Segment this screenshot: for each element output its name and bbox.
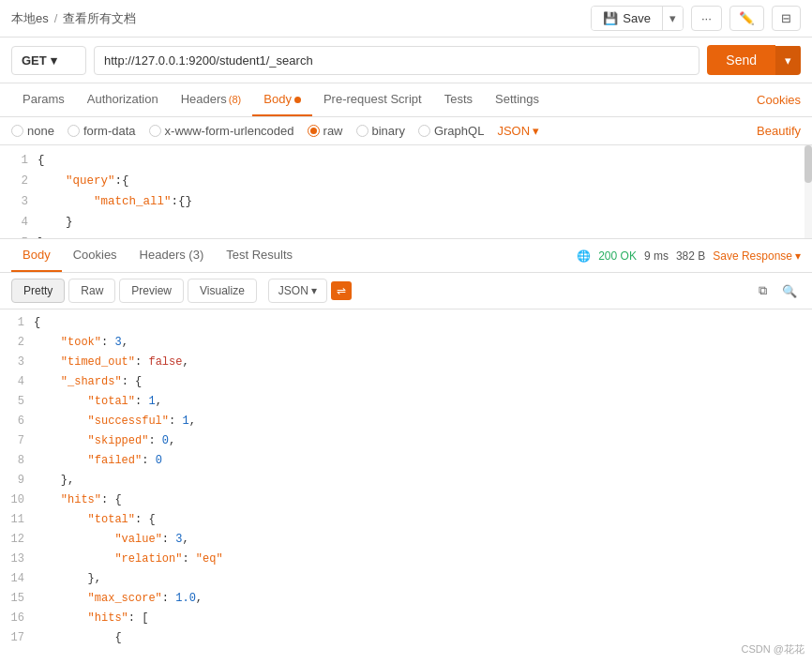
send-caret-button[interactable]: ▾ — [775, 46, 801, 75]
request-tabs: Params Authorization Headers(8) Body Pre… — [0, 83, 812, 117]
copy-icon[interactable]: ⧉ — [755, 281, 771, 300]
more-options-button[interactable]: ··· — [691, 6, 722, 31]
radio-binary[interactable] — [356, 125, 368, 137]
request-scrollbar[interactable] — [804, 145, 812, 238]
radio-none[interactable] — [11, 125, 23, 137]
tab-auth[interactable]: Authorization — [76, 83, 170, 116]
breadcrumb-docs-link[interactable]: 查看所有文档 — [63, 10, 136, 27]
request-tabs-left: Params Authorization Headers(8) Body Pre… — [11, 83, 550, 116]
radio-form-data[interactable] — [68, 125, 80, 137]
save-button[interactable]: 💾 Save — [592, 7, 662, 30]
result-meta: 🌐 200 OK 9 ms 382 B Save Response ▾ — [577, 249, 801, 263]
format-tabs: Pretty Raw Preview Visualize JSON ▾ ⇌ ⧉ … — [0, 273, 812, 309]
opt-urlencoded[interactable]: x-www-form-urlencoded — [149, 124, 294, 138]
watermark: CSDN @花花 — [742, 642, 804, 656]
edit-icon-button[interactable]: ✏️ — [729, 6, 764, 31]
method-caret: ▾ — [51, 53, 57, 68]
wrap-icon: ⇌ — [337, 284, 346, 297]
opt-graphql[interactable]: GraphQL — [418, 124, 484, 138]
body-options: none form-data x-www-form-urlencoded raw… — [0, 117, 812, 145]
response-size: 382 B — [676, 249, 705, 263]
tab-tests[interactable]: Tests — [433, 83, 484, 116]
opt-none[interactable]: none — [11, 124, 54, 138]
method-select[interactable]: GET ▾ — [11, 46, 86, 75]
body-opts-left: none form-data x-www-form-urlencoded raw… — [11, 124, 539, 138]
wrap-button[interactable]: ⇌ — [331, 281, 352, 300]
search-icon[interactable]: 🔍 — [778, 282, 801, 300]
send-button-group[interactable]: Send ▾ — [707, 45, 801, 75]
status-badge: 200 OK — [598, 249, 637, 263]
rtab-body[interactable]: Body — [11, 239, 62, 272]
result-tabs-left: Body Cookies Headers (3) Test Results — [11, 239, 304, 272]
format-tabs-left: Pretty Raw Preview Visualize JSON ▾ ⇌ — [11, 279, 352, 303]
rtab-headers[interactable]: Headers (3) — [128, 239, 216, 272]
ftab-preview[interactable]: Preview — [119, 279, 184, 303]
save-resp-caret: ▾ — [795, 249, 801, 263]
rtab-test-results[interactable]: Test Results — [215, 239, 304, 272]
ftab-pretty[interactable]: Pretty — [11, 279, 65, 303]
response-time: 9 ms — [644, 249, 669, 263]
opt-raw[interactable]: raw — [308, 124, 343, 138]
json-caret: ▾ — [533, 124, 539, 138]
breadcrumb: 本地es / 查看所有文档 — [11, 10, 136, 27]
request-line-numbers: 12345 — [0, 151, 38, 239]
response-line-numbers: 12345 678910 1112131415 1617 — [0, 313, 34, 648]
radio-urlencoded[interactable] — [149, 125, 161, 137]
save-caret-button[interactable]: ▾ — [662, 7, 683, 30]
result-tabs: Body Cookies Headers (3) Test Results 🌐 … — [0, 239, 812, 273]
request-scrollbar-thumb[interactable] — [804, 145, 812, 183]
response-code: { "took": 3, "timed_out": false, "_shard… — [34, 313, 812, 648]
save-label: Save — [623, 11, 651, 25]
breadcrumb-local: 本地es — [11, 10, 49, 27]
opt-form-data[interactable]: form-data — [68, 124, 136, 138]
request-body-editor[interactable]: 12345 { "query":{ "match_all":{} } } — [0, 145, 812, 239]
method-label: GET — [22, 53, 47, 68]
response-body[interactable]: 12345 678910 1112131415 1617 { "took": 3… — [0, 309, 812, 648]
ftab-visualize[interactable]: Visualize — [188, 279, 257, 303]
json-fmt-caret: ▾ — [311, 284, 317, 297]
top-bar: 本地es / 查看所有文档 💾 Save ▾ ··· ✏️ ⊟ — [0, 0, 812, 38]
url-input[interactable] — [94, 46, 699, 75]
url-bar: GET ▾ Send ▾ — [0, 38, 812, 83]
json-format-select[interactable]: JSON ▾ — [497, 124, 539, 138]
tab-headers[interactable]: Headers(8) — [170, 83, 253, 116]
radio-graphql[interactable] — [418, 125, 430, 137]
radio-raw[interactable] — [308, 125, 320, 137]
send-button[interactable]: Send — [707, 45, 775, 75]
opt-binary[interactable]: binary — [356, 124, 405, 138]
save-response-button[interactable]: Save Response ▾ — [713, 249, 801, 263]
tab-body[interactable]: Body — [252, 83, 312, 116]
split-icon-button[interactable]: ⊟ — [772, 6, 801, 31]
results-section: Body Cookies Headers (3) Test Results 🌐 … — [0, 239, 812, 648]
top-bar-actions: 💾 Save ▾ ··· ✏️ ⊟ — [591, 6, 801, 31]
beautify-button[interactable]: Beautify — [757, 124, 801, 138]
tab-settings[interactable]: Settings — [484, 83, 550, 116]
save-icon: 💾 — [603, 11, 618, 25]
save-button-group[interactable]: 💾 Save ▾ — [591, 6, 684, 31]
response-format-select[interactable]: JSON ▾ — [268, 279, 327, 303]
tab-prescript[interactable]: Pre-request Script — [312, 83, 433, 116]
ftab-raw[interactable]: Raw — [68, 279, 115, 303]
globe-icon: 🌐 — [577, 249, 591, 263]
format-tabs-right: ⧉ 🔍 — [755, 281, 801, 300]
request-body-code[interactable]: { "query":{ "match_all":{} } } — [38, 151, 812, 239]
tab-params[interactable]: Params — [11, 83, 76, 116]
rtab-cookies[interactable]: Cookies — [62, 239, 128, 272]
breadcrumb-sep: / — [54, 11, 58, 25]
cookies-link[interactable]: Cookies — [757, 93, 801, 107]
